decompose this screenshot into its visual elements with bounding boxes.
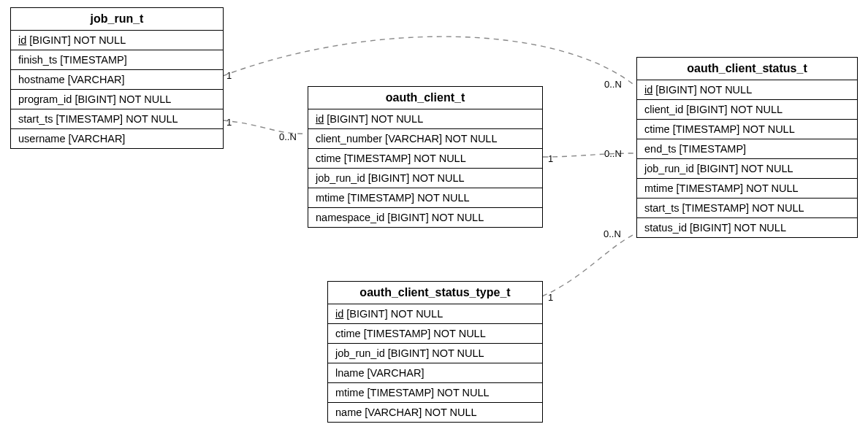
entity-title: job_run_t <box>11 8 223 31</box>
column-row: finish_ts [TIMESTAMP] <box>11 50 223 70</box>
column-row: job_run_id [BIGINT] NOT NULL <box>637 159 857 179</box>
column-row: start_ts [TIMESTAMP] NOT NULL <box>637 199 857 218</box>
column-row: lname [VARCHAR] <box>328 363 542 383</box>
column-row: mtime [TIMESTAMP] NOT NULL <box>308 188 542 208</box>
column-row: status_id [BIGINT] NOT NULL <box>637 218 857 237</box>
entity-oauth-client-status-t: oauth_client_status_t id [BIGINT] NOT NU… <box>636 57 858 238</box>
rel-statustype-clientstatus <box>542 234 636 296</box>
column-row: id [BIGINT] NOT NULL <box>328 304 542 324</box>
column-row: mtime [TIMESTAMP] NOT NULL <box>637 179 857 199</box>
card-label-3a: 1 <box>548 153 553 164</box>
column-row: start_ts [TIMESTAMP] NOT NULL <box>11 109 223 129</box>
column-row: job_run_id [BIGINT] NOT NULL <box>328 344 542 363</box>
column-row: mtime [TIMESTAMP] NOT NULL <box>328 383 542 403</box>
column-row: ctime [TIMESTAMP] NOT NULL <box>328 324 542 344</box>
entity-oauth-client-t: oauth_client_t id [BIGINT] NOT NULL clie… <box>308 86 543 228</box>
card-label-4a: 1 <box>548 292 553 303</box>
card-label-2b: 0..N <box>279 131 297 142</box>
entity-title: oauth_client_status_type_t <box>328 282 542 304</box>
column-row: ctime [TIMESTAMP] NOT NULL <box>637 120 857 139</box>
column-row: hostname [VARCHAR] <box>11 70 223 90</box>
entity-title: oauth_client_t <box>308 87 542 109</box>
column-row: username [VARCHAR] <box>11 129 223 148</box>
column-row: client_id [BIGINT] NOT NULL <box>637 100 857 120</box>
column-row: job_run_id [BIGINT] NOT NULL <box>308 169 542 188</box>
column-row: namespace_id [BIGINT] NOT NULL <box>308 208 542 227</box>
card-label-2a: 1 <box>226 117 232 128</box>
column-row: ctime [TIMESTAMP] NOT NULL <box>308 149 542 169</box>
column-row: program_id [BIGINT] NOT NULL <box>11 90 223 109</box>
column-row: id [BIGINT] NOT NULL <box>637 80 857 100</box>
entity-job-run-t: job_run_t id [BIGINT] NOT NULL finish_ts… <box>10 7 224 149</box>
card-label-1a: 1 <box>226 70 232 81</box>
entity-oauth-client-status-type-t: oauth_client_status_type_t id [BIGINT] N… <box>327 281 543 423</box>
column-row: end_ts [TIMESTAMP] <box>637 139 857 159</box>
rel-jobrun-clientstatus <box>223 36 636 86</box>
card-label-1b: 0..N <box>604 79 622 90</box>
rel-client-clientstatus <box>543 153 636 157</box>
column-row: client_number [VARCHAR] NOT NULL <box>308 129 542 149</box>
card-label-3b: 0..N <box>604 148 622 159</box>
card-label-4b: 0..N <box>604 228 621 239</box>
column-row: name [VARCHAR] NOT NULL <box>328 403 542 422</box>
column-row: id [BIGINT] NOT NULL <box>11 31 223 50</box>
column-row: id [BIGINT] NOT NULL <box>308 109 542 129</box>
entity-title: oauth_client_status_t <box>637 58 857 80</box>
